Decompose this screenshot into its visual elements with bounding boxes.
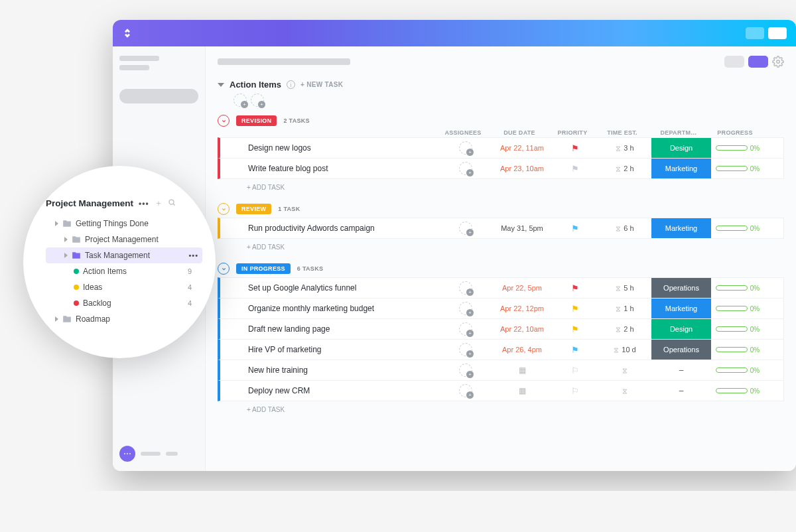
assignee-add-icon[interactable] [459,222,472,235]
sidebar-item-backlog[interactable]: Backlog 4 [46,295,202,311]
due-date[interactable]: Apr 22, 5pm [492,284,552,292]
collapse-button[interactable] [218,115,230,127]
priority-flag[interactable]: ⚑ [552,224,598,233]
due-date[interactable]: Apr 22, 11am [492,144,552,152]
status-badge[interactable]: REVIEW [236,204,271,214]
time-estimate[interactable]: ⧖1 h [598,304,651,313]
status-badge[interactable]: REVISION [236,115,277,126]
list-collapse-icon[interactable] [218,83,224,87]
progress-cell[interactable]: 0% [711,326,764,333]
sidebar-search[interactable] [119,89,198,103]
assignee-add-icon[interactable] [459,302,472,315]
priority-flag[interactable]: ⚑ [552,324,598,334]
progress-cell[interactable]: 0% [711,387,764,395]
assignee-add-icon[interactable] [459,141,472,155]
sidebar-item-task-management[interactable]: Task Management••• [46,247,202,263]
dept-tag[interactable]: Design [651,319,711,339]
progress-cell[interactable]: 0% [711,285,764,292]
sidebar-item-roadmap[interactable]: Roadmap [46,311,202,327]
sidebar-item-project-management[interactable]: Project Management [46,232,202,247]
dept-tag[interactable]: Marketing [651,218,711,238]
add-icon[interactable]: ＋ [155,198,163,209]
due-date[interactable]: Apr 26, 4pm [492,346,552,354]
progress-cell[interactable]: 0% [711,346,764,354]
task-row[interactable]: Design new logos Apr 22, 11am⚑⧖3 hDesign… [218,137,784,159]
task-row[interactable]: Run productivity Adwords campaign May 31… [218,218,784,239]
priority-flag[interactable]: ⚑ [552,283,598,293]
assignee-cell[interactable] [439,343,492,356]
assignee-add-icon[interactable] [459,384,472,397]
assignee-cell[interactable] [439,222,492,235]
settings-icon[interactable] [772,56,784,68]
dept-tag[interactable]: Marketing [651,159,711,178]
assignee-cell[interactable] [439,322,492,336]
sidebar-item-action-items[interactable]: Action Items 9 [46,263,202,279]
collapse-button[interactable] [218,203,230,215]
view-option-1[interactable] [724,56,744,68]
dept-tag[interactable]: Marketing [651,299,711,318]
dept-tag[interactable]: Operations [651,340,711,360]
assignee-cell[interactable] [439,281,492,295]
sidebar-item-ideas[interactable]: Ideas 4 [46,279,202,295]
task-row[interactable]: Hire VP of marketing Apr 26, 4pm⚑⧖10 dOp… [218,339,784,360]
priority-flag[interactable]: ⚑ [552,164,598,174]
add-task-button[interactable]: + ADD TASK [218,401,784,419]
add-task-button[interactable]: + ADD TASK [218,178,784,196]
time-estimate[interactable]: ⧖2 h [598,325,651,334]
new-task-button[interactable]: + NEW TASK [300,81,343,88]
priority-empty[interactable]: ⚐ [552,386,598,396]
due-date-empty[interactable]: ▦ [492,366,552,375]
priority-flag[interactable]: ⚑ [552,304,598,314]
assignee-cell[interactable] [439,384,492,397]
progress-cell[interactable]: 0% [711,165,764,172]
assignee-cell[interactable] [439,162,492,175]
time-estimate[interactable]: ⧖2 h [598,165,651,173]
assignee-add-icon[interactable] [459,322,472,336]
help-button[interactable]: ⋯ [119,446,135,462]
view-option-2[interactable] [748,56,768,68]
time-empty[interactable]: ⧖ [598,366,651,375]
task-row[interactable]: Draft new landing page Apr 22, 10am⚑⧖2 h… [218,318,784,340]
add-watcher-icon[interactable] [251,94,264,107]
priority-empty[interactable]: ⚐ [552,366,598,375]
time-estimate[interactable]: ⧖3 h [598,144,651,153]
assignee-add-icon[interactable] [459,281,472,295]
assignee-add-icon[interactable] [459,162,472,175]
assignee-add-icon[interactable] [459,343,472,356]
time-empty[interactable]: ⧖ [598,387,651,395]
assignee-cell[interactable] [439,141,492,155]
progress-cell[interactable]: 0% [711,305,764,312]
add-task-button[interactable]: + ADD TASK [218,238,784,256]
time-estimate[interactable]: ⧖6 h [598,224,651,233]
status-badge[interactable]: IN PROGRESS [236,263,291,274]
due-date[interactable]: Apr 23, 10am [492,165,552,172]
priority-flag[interactable]: ⚑ [552,143,598,153]
progress-cell[interactable]: 0% [711,145,764,152]
assignee-add-icon[interactable] [459,364,472,377]
progress-cell[interactable]: 0% [711,225,764,232]
sidebar-item-getting-things-done[interactable]: Getting Things Done [46,216,202,232]
search-icon[interactable] [168,198,176,208]
progress-cell[interactable]: 0% [711,367,764,374]
assignee-cell[interactable] [439,364,492,377]
due-date[interactable]: Apr 22, 12pm [492,304,552,312]
header-action-2[interactable] [768,27,787,39]
due-date[interactable]: May 31, 5pm [492,224,552,232]
task-row[interactable]: Set up Google Analytics funnel Apr 22, 5… [218,277,784,299]
task-row[interactable]: New hire training ▦⚐⧖– 0% [218,360,784,381]
priority-flag[interactable]: ⚑ [552,345,598,355]
info-icon[interactable]: i [287,80,295,89]
dept-tag[interactable]: Design [651,138,711,158]
time-estimate[interactable]: ⧖5 h [598,284,651,293]
task-row[interactable]: Write feature blog post Apr 23, 10am⚑⧖2 … [218,158,784,179]
due-date-empty[interactable]: ▦ [492,386,552,395]
more-icon[interactable]: ••• [139,199,149,208]
dept-tag[interactable]: Operations [651,278,711,298]
assignee-cell[interactable] [439,302,492,315]
header-action-1[interactable] [746,27,764,39]
add-assignee-icon[interactable] [233,94,247,107]
task-row[interactable]: Organize monthly marketing budget Apr 22… [218,298,784,319]
due-date[interactable]: Apr 22, 10am [492,325,552,333]
item-more-icon[interactable]: ••• [188,251,198,259]
time-estimate[interactable]: ⧖10 d [598,346,651,354]
